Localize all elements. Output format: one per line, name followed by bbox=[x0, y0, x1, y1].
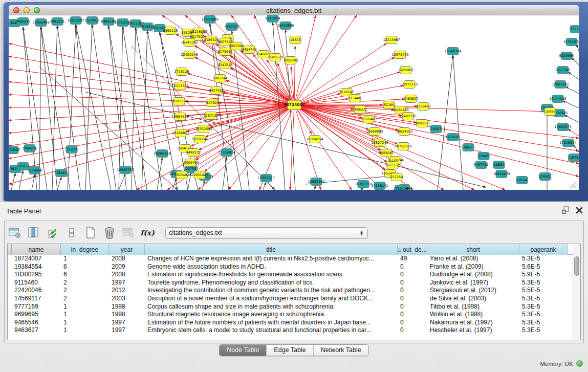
window-title-bar[interactable]: citations_edges.txt bbox=[9, 5, 579, 15]
cell-out_degree[interactable]: 0 bbox=[398, 311, 427, 319]
cell-pagerank[interactable]: 5.3E-5 bbox=[519, 326, 568, 335]
cell-title[interactable]: Corpus callosum shape and size in male p… bbox=[145, 303, 398, 311]
cell-short[interactable]: Nakamura et al. (1997) bbox=[427, 319, 519, 327]
cell-out_degree[interactable]: 0 bbox=[398, 326, 427, 335]
cell-short[interactable]: Franke et al. (2009) bbox=[427, 263, 519, 271]
table-row[interactable]: 977716911998Corpus callosum shape and si… bbox=[8, 303, 580, 311]
cell-name[interactable]: 22420046 bbox=[12, 287, 61, 295]
cell-title[interactable]: Structural magnetic resonance image aver… bbox=[145, 311, 398, 319]
cell-name[interactable]: 18300295 bbox=[12, 271, 61, 279]
column-header-year[interactable]: year bbox=[109, 244, 145, 255]
cell-in_degree[interactable]: 1 bbox=[61, 319, 109, 327]
table-row[interactable]: 911546021997Tourette syndrome. Phenomeno… bbox=[8, 279, 580, 287]
cell-short[interactable]: Wolkin et al. (1998) bbox=[427, 311, 519, 319]
cell-year[interactable]: 2008 bbox=[109, 255, 145, 263]
cell-pagerank[interactable]: 5.9E-5 bbox=[519, 271, 568, 279]
table-select-dropdown[interactable]: citations_edges.txt ▲▼ bbox=[165, 227, 368, 239]
table-row[interactable]: 1830029562008Estimation of significance … bbox=[8, 271, 580, 279]
function-builder-icon[interactable]: f(x) bbox=[140, 226, 155, 240]
cell-year[interactable]: 2008 bbox=[109, 271, 145, 279]
table-mode-icon[interactable] bbox=[8, 226, 22, 240]
cell-short[interactable]: Yano et al. (2008) bbox=[427, 255, 519, 263]
cell-title[interactable]: Investigating the contribution of common… bbox=[145, 287, 398, 295]
tab-network-table[interactable]: Network Table bbox=[314, 345, 368, 356]
cell-title[interactable]: Embryonic stem cells: a model to study s… bbox=[145, 326, 398, 335]
column-header-name[interactable]: name bbox=[12, 244, 61, 255]
cell-short[interactable]: Tibbo et al. (1998) bbox=[427, 303, 519, 311]
column-header-pagerank[interactable]: pagerank bbox=[519, 244, 568, 255]
scrollbar-thumb[interactable] bbox=[574, 256, 579, 276]
cell-year[interactable]: 2009 bbox=[109, 263, 145, 271]
cell-out_degree[interactable]: 0 bbox=[398, 271, 427, 279]
network-canvas[interactable]: 2041940557220691406249319110653287152760… bbox=[9, 15, 579, 190]
cell-in_degree[interactable]: 6 bbox=[61, 271, 109, 279]
select-all-icon[interactable] bbox=[46, 226, 60, 240]
tab-edge-table[interactable]: Edge Table bbox=[267, 345, 313, 356]
table-row[interactable]: 946362711997Embryonic stem cells: a mode… bbox=[8, 326, 580, 335]
cell-short[interactable]: de Silva et al. (2003) bbox=[427, 295, 519, 303]
cell-in_degree[interactable]: 1 bbox=[61, 303, 109, 311]
cell-short[interactable]: Stergiakouli et al. (2012) bbox=[427, 287, 519, 295]
table-row[interactable]: 946554611997Estimation of the future num… bbox=[8, 319, 580, 327]
float-panel-icon[interactable] bbox=[562, 206, 570, 214]
cell-pagerank[interactable]: 5.3E-5 bbox=[519, 279, 568, 287]
cell-year[interactable]: 1997 bbox=[109, 326, 145, 335]
cell-title[interactable]: Estimation of significance thresholds fo… bbox=[145, 271, 398, 279]
cell-name[interactable]: 9465546 bbox=[12, 319, 61, 327]
tab-node-table[interactable]: Node Table bbox=[220, 345, 267, 356]
cell-out_degree[interactable]: 0 bbox=[398, 263, 427, 271]
cell-name[interactable]: 9699695 bbox=[12, 311, 61, 319]
cell-in_degree[interactable]: 2 bbox=[61, 295, 109, 303]
cell-name[interactable]: 18724007 bbox=[12, 255, 61, 263]
column-header-short[interactable]: short bbox=[427, 244, 519, 255]
column-header-in_degree[interactable]: in_degree bbox=[61, 244, 109, 255]
cell-in_degree[interactable]: 2 bbox=[61, 287, 109, 295]
cell-out_degree[interactable]: 49 bbox=[398, 255, 427, 263]
cell-pagerank[interactable]: 5.5E-5 bbox=[519, 287, 568, 295]
cell-pagerank[interactable]: 5.3E-5 bbox=[519, 319, 568, 327]
cell-pagerank[interactable]: 5.6E-5 bbox=[519, 263, 568, 271]
table-row[interactable]: 1938455462009Genome-wide association stu… bbox=[8, 263, 580, 271]
cell-year[interactable]: 2012 bbox=[109, 287, 145, 295]
cell-name[interactable]: 9115460 bbox=[12, 279, 61, 287]
cell-year[interactable]: 1997 bbox=[109, 279, 145, 287]
delete-table-icon[interactable] bbox=[102, 226, 117, 240]
column-header-out_degree[interactable]: △out_de... bbox=[398, 244, 427, 255]
table-scrollbar[interactable] bbox=[573, 244, 580, 340]
table-row[interactable]: 1872400712008Changes of HCN gene express… bbox=[8, 255, 580, 263]
cell-pagerank[interactable]: 5.3E-5 bbox=[519, 295, 568, 303]
cell-pagerank[interactable]: 5.3E-5 bbox=[519, 303, 568, 311]
cell-name[interactable]: 9777169 bbox=[12, 303, 61, 311]
cell-in_degree[interactable]: 1 bbox=[61, 311, 109, 319]
cell-out_degree[interactable]: 0 bbox=[398, 295, 427, 303]
resize-grip[interactable] bbox=[570, 182, 576, 188]
cell-title[interactable]: Tourette syndrome. Phenomenology and cla… bbox=[145, 279, 398, 287]
column-header-title[interactable]: title bbox=[145, 244, 398, 255]
cell-short[interactable]: Jankovic et al. (1997) bbox=[427, 279, 519, 287]
show-columns-icon[interactable] bbox=[27, 226, 41, 240]
cell-pagerank[interactable]: 5.3E-5 bbox=[519, 311, 568, 319]
cell-name[interactable]: 9463627 bbox=[12, 326, 61, 335]
new-table-icon[interactable] bbox=[83, 226, 98, 240]
cell-out_degree[interactable]: 0 bbox=[398, 303, 427, 311]
cell-year[interactable]: 2003 bbox=[109, 295, 145, 303]
table-row[interactable]: 1456911722003Disruption of a novel membe… bbox=[8, 295, 580, 303]
cell-out_degree[interactable]: 0 bbox=[398, 279, 427, 287]
cell-out_degree[interactable]: 0 bbox=[398, 287, 427, 295]
cell-title[interactable]: Estimation of the future numbers of pati… bbox=[145, 319, 398, 327]
cell-in_degree[interactable]: 1 bbox=[61, 255, 109, 263]
cell-title[interactable]: Genome-wide association studies in ADHD. bbox=[145, 263, 398, 271]
cell-title[interactable]: Changes of HCN gene expression and I(f) … bbox=[145, 255, 398, 263]
cell-year[interactable]: 1997 bbox=[109, 319, 145, 327]
cell-year[interactable]: 1998 bbox=[109, 311, 145, 319]
unselect-all-icon[interactable] bbox=[64, 226, 79, 240]
cell-in_degree[interactable]: 6 bbox=[61, 263, 109, 271]
cell-title[interactable]: Disruption of a novel member of a sodium… bbox=[145, 295, 398, 303]
cell-name[interactable]: 14569117 bbox=[12, 295, 61, 303]
cell-in_degree[interactable]: 2 bbox=[61, 279, 109, 287]
cell-pagerank[interactable]: 5.3E-5 bbox=[519, 255, 568, 263]
cell-year[interactable]: 1998 bbox=[109, 303, 145, 311]
cell-out_degree[interactable]: 0 bbox=[398, 319, 427, 327]
cell-in_degree[interactable]: 1 bbox=[61, 326, 109, 335]
cell-short[interactable]: Dudbridge et al. (2008) bbox=[427, 271, 519, 279]
